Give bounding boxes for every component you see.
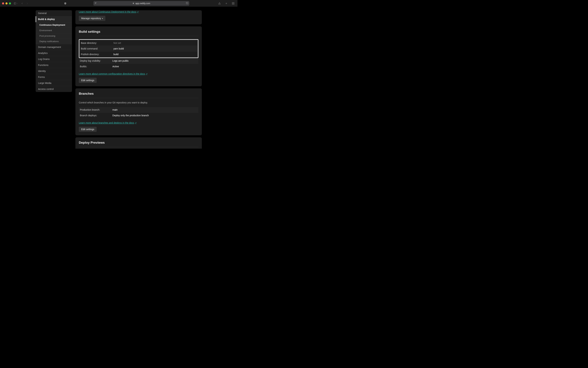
sidebar-item-identity[interactable]: Identity xyxy=(36,68,72,74)
forward-button[interactable] xyxy=(25,1,29,6)
reload-icon[interactable] xyxy=(186,2,188,5)
main-content: Learn more about Continuous Deployment i… xyxy=(75,10,202,149)
repository-card: Learn more about Continuous Deployment i… xyxy=(75,10,202,24)
sidebar-sub-deploy-notifications[interactable]: Deploy notifications xyxy=(36,39,72,44)
sidebar-toggle-button[interactable] xyxy=(14,1,18,6)
setting-key: Production branch: xyxy=(80,108,112,111)
sidebar-item-general[interactable]: General xyxy=(36,10,72,16)
address-bar[interactable]: app.netlify.com xyxy=(93,1,189,6)
close-window-button[interactable] xyxy=(2,2,4,4)
setting-key: Builds: xyxy=(80,65,112,68)
edit-build-settings-button[interactable]: Edit settings xyxy=(79,78,97,83)
sidebar-sub-continuous-deployment[interactable]: Continuous Deployment xyxy=(36,22,72,28)
build-settings-title: Build settings xyxy=(79,30,198,36)
branches-docs-link[interactable]: Learn more about branches and deploys in… xyxy=(79,121,137,124)
sidebar-item-large-media[interactable]: Large Media xyxy=(36,80,72,86)
setting-value: yarn build xyxy=(113,47,124,50)
setting-key: Publish directory: xyxy=(81,53,113,56)
sidebar-item-domain-management[interactable]: Domain management xyxy=(36,44,72,50)
svg-rect-5 xyxy=(133,3,134,4)
setting-row-production-branch: Production branch: main xyxy=(79,107,198,113)
sidebar-sub-post-processing[interactable]: Post processing xyxy=(36,33,72,39)
configuration-docs-link[interactable]: Learn more about common configuration di… xyxy=(79,73,148,75)
setting-row-deploy-log-visibility: Deploy log visibility: Logs are public xyxy=(79,58,198,64)
setting-row-builds: Builds: Active xyxy=(79,64,198,69)
sidebar-item-build-deploy[interactable]: Build & deploy xyxy=(36,16,72,22)
setting-value: Logs are public xyxy=(112,59,129,62)
setting-row-base-directory: Base directory: Not set xyxy=(80,40,197,46)
setting-key: Branch deploys: xyxy=(80,114,112,117)
window-controls xyxy=(2,2,11,4)
back-button[interactable] xyxy=(20,1,24,6)
sidebar-sub-environment[interactable]: Environment xyxy=(36,28,72,33)
button-label: Manage repository xyxy=(81,17,101,20)
sidebar-item-analytics[interactable]: Analytics xyxy=(36,50,72,56)
setting-key: Deploy log visibility: xyxy=(80,59,112,62)
setting-key: Build command: xyxy=(81,47,113,50)
browser-toolbar: app.netlify.com xyxy=(0,0,237,7)
maximize-window-button[interactable] xyxy=(9,2,11,4)
sidebar-item-functions[interactable]: Functions xyxy=(36,62,72,68)
new-tab-icon[interactable] xyxy=(224,1,229,6)
setting-value: build xyxy=(113,53,119,56)
svg-rect-11 xyxy=(232,4,233,4)
chevron-down-icon: ▾ xyxy=(102,18,103,19)
setting-value: Deploy only the production branch xyxy=(112,114,149,117)
setting-value: Not set xyxy=(113,42,121,44)
lock-icon xyxy=(132,2,134,5)
setting-key: Base directory: xyxy=(81,42,113,44)
manage-repository-button[interactable]: Manage repository ▾ xyxy=(79,16,105,21)
continuous-deployment-docs-link[interactable]: Learn more about Continuous Deployment i… xyxy=(79,10,139,13)
share-icon[interactable] xyxy=(217,1,222,6)
build-settings-card: Build settings Base directory: Not set B… xyxy=(75,26,202,86)
url-text: app.netlify.com xyxy=(135,2,150,5)
tabs-overview-icon[interactable] xyxy=(231,1,235,6)
edit-branches-button[interactable]: Edit settings xyxy=(79,127,97,132)
sidebar-item-forms[interactable]: Forms xyxy=(36,74,72,80)
button-label: Edit settings xyxy=(81,79,94,82)
sidebar-item-access-control[interactable]: Access control xyxy=(36,86,72,92)
setting-row-branch-deploys: Branch deploys: Deploy only the producti… xyxy=(79,113,198,118)
link-text: Learn more about common configuration di… xyxy=(79,73,145,75)
branches-description: Control which branches in your Git repos… xyxy=(79,101,198,104)
setting-value: Active xyxy=(112,65,119,68)
sidebar-subnav: Continuous Deployment Environment Post p… xyxy=(36,22,72,44)
deploy-previews-title: Deploy Previews xyxy=(79,141,198,147)
setting-row-build-command: Build command: yarn build xyxy=(80,46,197,52)
external-link-icon: ↗ xyxy=(135,122,137,124)
sidebar-item-log-drains[interactable]: Log Drains xyxy=(36,56,72,62)
svg-rect-12 xyxy=(233,4,234,4)
svg-rect-9 xyxy=(232,2,233,3)
highlighted-settings-box: Base directory: Not set Build command: y… xyxy=(79,39,198,58)
link-text: Learn more about Continuous Deployment i… xyxy=(79,10,136,13)
setting-row-publish-directory: Publish directory: build xyxy=(80,52,197,57)
minimize-window-button[interactable] xyxy=(6,2,8,4)
setting-value: main xyxy=(112,108,118,111)
branches-title: Branches xyxy=(79,92,198,98)
link-text: Learn more about branches and deploys in… xyxy=(79,121,134,124)
branches-card: Branches Control which branches in your … xyxy=(75,88,202,135)
svg-rect-0 xyxy=(14,3,16,4)
external-link-icon: ↗ xyxy=(146,73,148,75)
shield-icon[interactable] xyxy=(63,1,67,6)
settings-sidebar: General Build & deploy Continuous Deploy… xyxy=(36,10,72,149)
deploy-previews-card: Deploy Previews xyxy=(75,137,202,149)
button-label: Edit settings xyxy=(81,128,94,131)
external-link-icon: ↗ xyxy=(137,11,139,13)
svg-rect-10 xyxy=(233,2,234,3)
reader-icon[interactable] xyxy=(94,2,97,5)
